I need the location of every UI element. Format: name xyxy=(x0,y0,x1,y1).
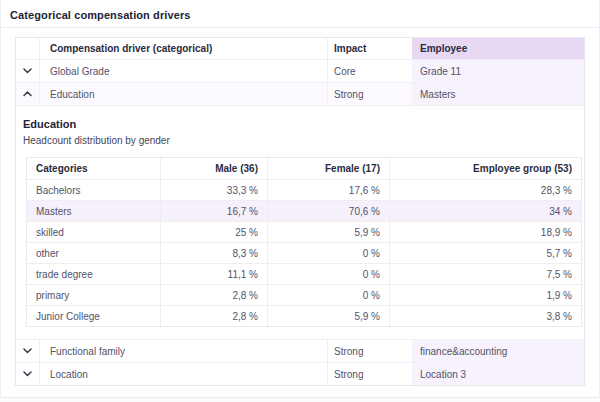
group-cell: 1,9 % xyxy=(389,285,581,305)
table-row-other: other 8,3 % 0 % 5,7 % xyxy=(27,242,581,263)
table-row-bachelors: Bachelors 33,3 % 17,6 % 28,3 % xyxy=(27,179,581,200)
drivers-table-header-row: Compensation driver (categorical) Impact… xyxy=(16,38,584,59)
drivers-table: Compensation driver (categorical) Impact… xyxy=(15,37,585,386)
driver-row-location[interactable]: Location Strong Location 3 xyxy=(16,362,584,385)
female-cell: 5,9 % xyxy=(267,222,389,242)
chevron-up-icon xyxy=(23,91,32,97)
table-row-primary: primary 2,8 % 0 % 1,9 % xyxy=(27,284,581,305)
male-cell: 2,8 % xyxy=(160,306,267,326)
expand-row-button[interactable] xyxy=(16,340,39,362)
category-cell: Masters xyxy=(27,201,160,221)
category-cell: Bachelors xyxy=(27,180,160,200)
group-cell: 34 % xyxy=(389,201,581,221)
category-cell: skilled xyxy=(27,222,160,242)
group-cell: 28,3 % xyxy=(389,180,581,200)
driver-employee-value: Masters xyxy=(412,83,584,105)
group-cell: 18,9 % xyxy=(389,222,581,242)
education-panel-title: Education xyxy=(16,118,582,130)
education-table-header-row: Categories Male (36) Female (17) Employe… xyxy=(27,158,581,179)
chevron-down-icon xyxy=(23,371,32,377)
male-cell: 11,1 % xyxy=(160,264,267,284)
category-cell: Junior College xyxy=(27,306,160,326)
group-cell: 7,5 % xyxy=(389,264,581,284)
education-detail-panel: Education Headcount distribution by gend… xyxy=(16,105,584,339)
group-cell: 3,8 % xyxy=(389,306,581,326)
card-bottom-divider xyxy=(0,397,600,402)
collapse-row-button[interactable] xyxy=(16,83,39,105)
driver-employee-value: finance&accounting xyxy=(412,340,584,362)
female-cell: 70,6 % xyxy=(267,201,389,221)
female-cell: 0 % xyxy=(267,285,389,305)
driver-name: Location xyxy=(40,363,328,385)
col-categories: Categories xyxy=(27,158,160,179)
driver-name: Functional family xyxy=(40,340,328,362)
category-cell: primary xyxy=(27,285,160,305)
male-cell: 8,3 % xyxy=(160,243,267,263)
driver-impact: Strong xyxy=(328,340,412,362)
female-cell: 5,9 % xyxy=(267,306,389,326)
driver-impact: Strong xyxy=(328,363,412,385)
table-row-trade-degree: trade degree 11,1 % 0 % 7,5 % xyxy=(27,263,581,284)
header-employee: Employee xyxy=(412,38,584,59)
driver-name: Global Grade xyxy=(40,60,328,82)
education-panel-subtitle: Headcount distribution by gender xyxy=(16,135,582,146)
category-cell: other xyxy=(27,243,160,263)
driver-row-functional-family[interactable]: Functional family Strong finance&account… xyxy=(16,339,584,362)
card-content: Compensation driver (categorical) Impact… xyxy=(1,28,599,386)
driver-name: Education xyxy=(40,83,328,105)
header-impact: Impact xyxy=(328,38,412,59)
header-chevron-spacer xyxy=(16,38,40,59)
table-row-masters: Masters 16,7 % 70,6 % 34 % xyxy=(27,200,581,221)
table-row-skilled: skilled 25 % 5,9 % 18,9 % xyxy=(27,221,581,242)
col-male: Male (36) xyxy=(160,158,267,179)
female-cell: 0 % xyxy=(267,243,389,263)
driver-employee-value: Location 3 xyxy=(412,363,584,385)
male-cell: 33,3 % xyxy=(160,180,267,200)
driver-row-global-grade[interactable]: Global Grade Core Grade 11 xyxy=(16,59,584,82)
compensation-drivers-card: Categorical compensation drivers Compens… xyxy=(0,0,600,402)
col-employee-group: Employee group (53) xyxy=(389,158,581,179)
chevron-down-icon xyxy=(23,68,32,74)
female-cell: 17,6 % xyxy=(267,180,389,200)
education-distribution-table: Categories Male (36) Female (17) Employe… xyxy=(26,157,582,327)
male-cell: 2,8 % xyxy=(160,285,267,305)
page-title: Categorical compensation drivers xyxy=(1,0,599,28)
male-cell: 16,7 % xyxy=(160,201,267,221)
header-driver: Compensation driver (categorical) xyxy=(40,38,328,59)
chevron-down-icon xyxy=(23,348,32,354)
expand-row-button[interactable] xyxy=(16,60,39,82)
male-cell: 25 % xyxy=(160,222,267,242)
driver-impact: Strong xyxy=(328,83,412,105)
group-cell: 5,7 % xyxy=(389,243,581,263)
female-cell: 0 % xyxy=(267,264,389,284)
driver-row-education[interactable]: Education Strong Masters xyxy=(16,82,584,105)
driver-impact: Core xyxy=(328,60,412,82)
col-female: Female (17) xyxy=(267,158,389,179)
expand-row-button[interactable] xyxy=(16,363,39,385)
category-cell: trade degree xyxy=(27,264,160,284)
driver-employee-value: Grade 11 xyxy=(412,60,584,82)
table-row-junior-college: Junior College 2,8 % 5,9 % 3,8 % xyxy=(27,305,581,326)
